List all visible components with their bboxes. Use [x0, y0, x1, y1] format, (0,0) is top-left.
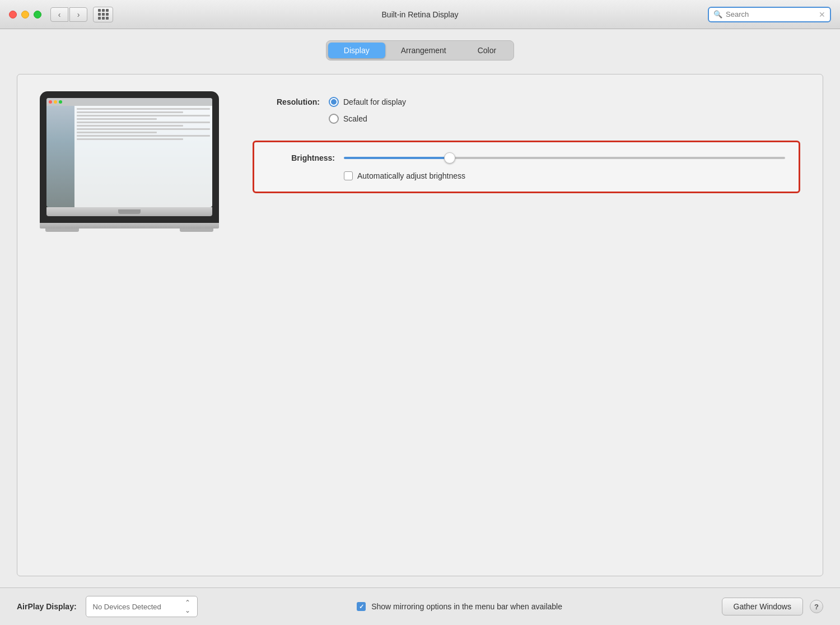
mirroring-checkbox[interactable]: ✓: [357, 602, 366, 611]
radio-default-inner: [331, 99, 337, 105]
resolution-scaled-row: Scaled: [253, 114, 800, 124]
screen-line: [77, 125, 183, 127]
auto-brightness-label: Automatically adjust brightness: [357, 171, 465, 180]
screen-line: [77, 138, 183, 140]
macbook-foot-left: [45, 228, 79, 232]
settings-panel: Resolution: Default for display Scal: [253, 91, 800, 193]
screen-text-area: [74, 106, 212, 207]
radio-scaled-outer[interactable]: [329, 114, 339, 124]
mirroring-label: Show mirroring options in the menu bar w…: [371, 602, 562, 611]
bottom-right: Gather Windows ?: [722, 598, 823, 615]
grid-icon: [98, 9, 109, 20]
titlebar: ‹ › Built-in Retina Display 🔍 ✕: [0, 0, 840, 29]
radio-scaled-label: Scaled: [343, 114, 367, 123]
screen-min-dot: [54, 100, 57, 104]
screen-sidebar: [46, 106, 74, 207]
resolution-row: Resolution: Default for display: [253, 97, 800, 107]
airplay-dropdown[interactable]: No Devices Detected ⌃⌄: [86, 596, 198, 617]
close-button[interactable]: [9, 11, 17, 18]
nav-buttons: ‹ ›: [50, 7, 87, 22]
maximize-button[interactable]: [34, 11, 41, 18]
screen-line: [77, 115, 210, 116]
window-title: Built-in Retina Display: [382, 10, 459, 19]
radio-default[interactable]: Default for display: [329, 97, 406, 107]
macbook-screen-content: [46, 98, 212, 207]
screen-line: [77, 118, 157, 120]
airplay-label: AirPlay Display:: [17, 602, 77, 611]
brightness-slider-container: [344, 157, 785, 159]
gather-windows-button[interactable]: Gather Windows: [722, 598, 803, 615]
search-bar[interactable]: 🔍 ✕: [708, 7, 831, 22]
macbook-screen-outer: [40, 91, 219, 223]
forward-button[interactable]: ›: [69, 7, 87, 22]
resolution-label: Resolution:: [253, 97, 320, 106]
dropdown-arrow-icon: ⌃⌄: [185, 599, 190, 614]
tabs: Display Arrangement Color: [326, 40, 514, 60]
search-input[interactable]: [726, 10, 816, 18]
radio-scaled[interactable]: Scaled: [329, 114, 367, 124]
tab-arrangement[interactable]: Arrangement: [385, 43, 462, 58]
macbook-base: [40, 223, 219, 228]
help-button[interactable]: ?: [810, 600, 823, 613]
bottom-bar: AirPlay Display: No Devices Detected ⌃⌄ …: [0, 587, 840, 625]
airplay-dropdown-value: No Devices Detected: [93, 603, 161, 611]
radio-default-outer[interactable]: [329, 97, 339, 107]
grid-button[interactable]: [93, 7, 113, 22]
screen-line: [77, 128, 210, 130]
screen-line: [77, 135, 210, 137]
screen-max-dot: [59, 100, 62, 104]
auto-brightness-checkbox[interactable]: [344, 171, 353, 180]
screen-line: [77, 108, 210, 110]
minimize-button[interactable]: [21, 11, 29, 18]
search-clear-icon[interactable]: ✕: [819, 10, 825, 19]
macbook-foot-right: [180, 228, 213, 232]
macbook-screen-inner: [46, 98, 212, 207]
brightness-label: Brightness:: [268, 153, 335, 162]
search-icon: 🔍: [713, 10, 722, 18]
display-content: Resolution: Default for display Scal: [40, 91, 800, 232]
traffic-lights: [9, 11, 41, 18]
macbook-feet: [40, 228, 219, 232]
brightness-row: Brightness:: [268, 153, 785, 162]
screen-line: [77, 132, 157, 133]
brightness-section: Brightness: Automatically adjust brightn…: [253, 141, 800, 193]
screen-close-dot: [49, 100, 52, 104]
brightness-slider-thumb[interactable]: [444, 152, 455, 164]
brightness-slider-track[interactable]: [344, 157, 785, 159]
macbook-notch: [118, 209, 141, 214]
screen-menubar: [46, 98, 212, 106]
screen-body: [46, 106, 212, 207]
tab-color[interactable]: Color: [462, 43, 512, 58]
resolution-section: Resolution: Default for display Scal: [253, 97, 800, 124]
screen-line: [77, 111, 183, 113]
tabs-container: Display Arrangement Color: [17, 40, 823, 60]
macbook: [40, 91, 219, 232]
back-button[interactable]: ‹: [50, 7, 68, 22]
bottom-left: AirPlay Display: No Devices Detected ⌃⌄: [17, 596, 198, 617]
macbook-bottom: [46, 207, 212, 216]
tab-display[interactable]: Display: [328, 43, 385, 58]
screen-line: [77, 122, 210, 123]
mirroring-row: ✓ Show mirroring options in the menu bar…: [357, 602, 562, 611]
main-content: Display Arrangement Color: [0, 29, 840, 587]
macbook-illustration: [40, 91, 219, 232]
checkmark-icon: ✓: [359, 603, 364, 610]
radio-default-label: Default for display: [343, 97, 406, 106]
auto-brightness-row: Automatically adjust brightness: [268, 171, 785, 180]
content-panel: Resolution: Default for display Scal: [17, 74, 823, 576]
